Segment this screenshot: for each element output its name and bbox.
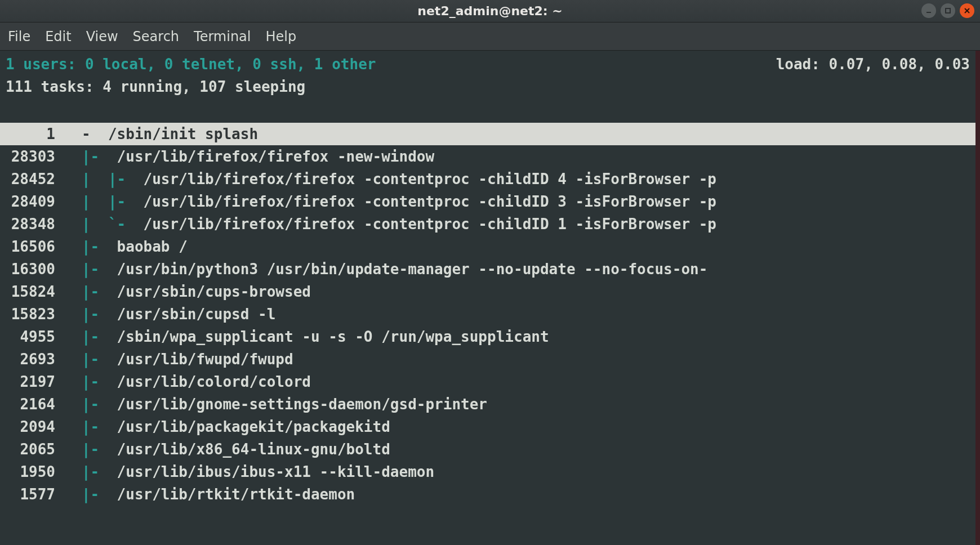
process-row[interactable]: 28348 | `- /usr/lib/firefox/firefox -con… bbox=[0, 213, 975, 235]
process-pid: 15824 bbox=[6, 280, 55, 303]
process-command: /usr/lib/rtkit/rtkit-daemon bbox=[117, 483, 355, 506]
process-tree: |- bbox=[55, 416, 117, 438]
process-command: /usr/lib/firefox/firefox -contentproc -c… bbox=[144, 190, 716, 213]
process-row[interactable]: 1950 |- /usr/lib/ibus/ibus-x11 --kill-da… bbox=[0, 461, 975, 483]
process-row[interactable]: 1 - /sbin/init splash bbox=[0, 123, 975, 145]
menu-search[interactable]: Search bbox=[133, 29, 179, 44]
process-row[interactable]: 16300 |- /usr/bin/python3 /usr/bin/updat… bbox=[0, 258, 975, 280]
header-users-load: 1 users: 0 local, 0 telnet, 0 ssh, 1 oth… bbox=[0, 53, 975, 75]
process-command: /usr/lib/firefox/firefox -new-window bbox=[117, 145, 435, 168]
process-row[interactable]: 2094 |- /usr/lib/packagekit/packagekitd bbox=[0, 416, 975, 438]
users-summary: 1 users: 0 local, 0 telnet, 0 ssh, 1 oth… bbox=[6, 53, 376, 75]
process-tree: | |- bbox=[55, 168, 144, 190]
titlebar: net2_admin@net2: ~ bbox=[0, 0, 980, 23]
process-row[interactable]: 2693 |- /usr/lib/fwupd/fwupd bbox=[0, 348, 975, 370]
process-command: /usr/lib/firefox/firefox -contentproc -c… bbox=[144, 168, 716, 190]
process-command: /sbin/wpa_supplicant -u -s -O /run/wpa_s… bbox=[117, 325, 549, 348]
process-row[interactable]: 1577 |- /usr/lib/rtkit/rtkit-daemon bbox=[0, 483, 975, 506]
menu-terminal[interactable]: Terminal bbox=[194, 29, 251, 44]
process-tree: |- bbox=[55, 145, 117, 168]
process-tree: | `- bbox=[55, 213, 144, 235]
process-command: /usr/lib/gnome-settings-daemon/gsd-print… bbox=[117, 393, 487, 416]
process-tree: |- bbox=[55, 235, 117, 258]
process-command: /usr/lib/firefox/firefox -contentproc -c… bbox=[144, 213, 716, 235]
process-command: /usr/lib/colord/colord bbox=[117, 370, 311, 393]
window-title: net2_admin@net2: ~ bbox=[417, 4, 562, 18]
process-pid: 4955 bbox=[6, 325, 55, 348]
tasks-summary: 111 tasks: 4 running, 107 sleeping bbox=[0, 75, 975, 98]
process-list[interactable]: 1 - /sbin/init splash28303 |- /usr/lib/f… bbox=[0, 123, 975, 506]
close-button[interactable] bbox=[960, 3, 974, 18]
process-row[interactable]: 28303 |- /usr/lib/firefox/firefox -new-w… bbox=[0, 145, 975, 168]
process-pid: 2065 bbox=[6, 438, 55, 461]
process-pid: 16506 bbox=[6, 235, 55, 258]
process-pid: 2094 bbox=[6, 416, 55, 438]
process-tree: - bbox=[55, 123, 108, 145]
process-tree: |- bbox=[55, 303, 117, 325]
process-command: /usr/bin/python3 /usr/bin/update-manager… bbox=[117, 258, 708, 280]
maximize-button[interactable] bbox=[941, 3, 955, 18]
minimize-icon bbox=[925, 7, 932, 14]
process-tree: |- bbox=[55, 483, 117, 506]
process-pid: 1577 bbox=[6, 483, 55, 506]
process-pid: 16300 bbox=[6, 258, 55, 280]
process-command: /usr/sbin/cups-browsed bbox=[117, 280, 311, 303]
maximize-icon bbox=[945, 7, 951, 14]
process-tree: |- bbox=[55, 461, 117, 483]
minimize-button[interactable] bbox=[921, 3, 936, 18]
process-pid: 28452 bbox=[6, 168, 55, 190]
process-command: /usr/lib/x86_64-linux-gnu/boltd bbox=[117, 438, 390, 461]
process-row[interactable]: 15823 |- /usr/sbin/cupsd -l bbox=[0, 303, 975, 325]
process-pid: 2197 bbox=[6, 370, 55, 393]
terminal-area[interactable]: 1 users: 0 local, 0 telnet, 0 ssh, 1 oth… bbox=[0, 51, 980, 545]
process-tree: |- bbox=[55, 325, 117, 348]
menu-help[interactable]: Help bbox=[266, 29, 297, 44]
process-row[interactable]: 4955 |- /sbin/wpa_supplicant -u -s -O /r… bbox=[0, 325, 975, 348]
process-command: /usr/lib/packagekit/packagekitd bbox=[117, 416, 390, 438]
process-pid: 2164 bbox=[6, 393, 55, 416]
svg-rect-1 bbox=[946, 8, 950, 13]
menu-file[interactable]: File bbox=[8, 29, 30, 44]
process-command: /sbin/init splash bbox=[108, 123, 258, 145]
process-pid: 1950 bbox=[6, 461, 55, 483]
process-row[interactable]: 15824 |- /usr/sbin/cups-browsed bbox=[0, 280, 975, 303]
process-row[interactable]: 2065 |- /usr/lib/x86_64-linux-gnu/boltd bbox=[0, 438, 975, 461]
process-pid: 28409 bbox=[6, 190, 55, 213]
process-row[interactable]: 28409 | |- /usr/lib/firefox/firefox -con… bbox=[0, 190, 975, 213]
close-icon bbox=[964, 7, 970, 14]
process-row[interactable]: 2164 |- /usr/lib/gnome-settings-daemon/g… bbox=[0, 393, 975, 416]
process-command: /usr/lib/ibus/ibus-x11 --kill-daemon bbox=[117, 461, 435, 483]
load-summary: load: 0.07, 0.08, 0.03 bbox=[776, 53, 970, 75]
process-row[interactable]: 28452 | |- /usr/lib/firefox/firefox -con… bbox=[0, 168, 975, 190]
menubar: File Edit View Search Terminal Help bbox=[0, 23, 980, 51]
process-tree: |- bbox=[55, 280, 117, 303]
process-row[interactable]: 2197 |- /usr/lib/colord/colord bbox=[0, 370, 975, 393]
process-tree: |- bbox=[55, 370, 117, 393]
process-pid: 1 bbox=[6, 123, 55, 145]
process-tree: |- bbox=[55, 438, 117, 461]
process-tree: |- bbox=[55, 393, 117, 416]
process-command: /usr/lib/fwupd/fwupd bbox=[117, 348, 293, 370]
process-pid: 2693 bbox=[6, 348, 55, 370]
process-row[interactable]: 16506 |- baobab / bbox=[0, 235, 975, 258]
process-tree: | |- bbox=[55, 190, 144, 213]
menu-view[interactable]: View bbox=[86, 29, 118, 44]
menu-edit[interactable]: Edit bbox=[45, 29, 71, 44]
process-pid: 28348 bbox=[6, 213, 55, 235]
process-command: /usr/sbin/cupsd -l bbox=[117, 303, 276, 325]
window-controls bbox=[921, 3, 974, 18]
process-tree: |- bbox=[55, 348, 117, 370]
process-pid: 15823 bbox=[6, 303, 55, 325]
process-tree: |- bbox=[55, 258, 117, 280]
process-command: baobab / bbox=[117, 235, 188, 258]
process-pid: 28303 bbox=[6, 145, 55, 168]
